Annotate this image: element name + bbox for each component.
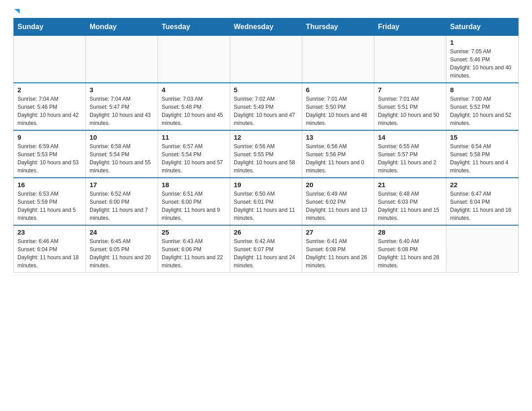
logo-arrow-icon [14,9,20,13]
calendar-cell: 20Sunrise: 6:49 AM Sunset: 6:02 PM Dayli… [302,178,374,225]
day-number: 4 [162,86,226,94]
calendar-cell: 6Sunrise: 7:01 AM Sunset: 5:50 PM Daylig… [302,83,374,130]
day-info: Sunrise: 6:45 AM Sunset: 6:05 PM Dayligh… [90,237,154,270]
calendar-cell [230,36,302,83]
day-number: 16 [17,181,82,188]
day-number: 9 [17,133,82,141]
day-info: Sunrise: 6:58 AM Sunset: 5:54 PM Dayligh… [90,142,154,175]
page-header [13,9,519,13]
day-info: Sunrise: 6:56 AM Sunset: 5:55 PM Dayligh… [234,142,298,175]
logo [13,9,20,13]
calendar-cell: 8Sunrise: 7:00 AM Sunset: 5:52 PM Daylig… [446,83,519,130]
calendar-cell [14,36,86,83]
calendar-cell: 27Sunrise: 6:41 AM Sunset: 6:08 PM Dayli… [302,225,374,273]
calendar-cell: 2Sunrise: 7:04 AM Sunset: 5:46 PM Daylig… [14,83,86,130]
day-info: Sunrise: 6:42 AM Sunset: 6:07 PM Dayligh… [234,237,298,270]
day-info: Sunrise: 6:56 AM Sunset: 5:56 PM Dayligh… [306,142,370,175]
calendar-week-row: 23Sunrise: 6:46 AM Sunset: 6:04 PM Dayli… [14,225,519,273]
day-number: 17 [90,181,154,188]
day-info: Sunrise: 6:48 AM Sunset: 6:03 PM Dayligh… [378,190,442,222]
calendar-cell: 11Sunrise: 6:57 AM Sunset: 5:54 PM Dayli… [158,130,230,178]
calendar-cell: 17Sunrise: 6:52 AM Sunset: 6:00 PM Dayli… [86,178,158,225]
day-number: 21 [378,181,442,188]
day-info: Sunrise: 6:43 AM Sunset: 6:06 PM Dayligh… [162,237,226,270]
day-number: 22 [450,181,515,188]
day-header-thursday: Thursday [302,18,374,36]
calendar-cell: 12Sunrise: 6:56 AM Sunset: 5:55 PM Dayli… [230,130,302,178]
day-header-saturday: Saturday [446,18,519,36]
calendar-cell: 1Sunrise: 7:05 AM Sunset: 5:46 PM Daylig… [446,36,519,83]
calendar-cell: 15Sunrise: 6:54 AM Sunset: 5:58 PM Dayli… [446,130,519,178]
day-header-monday: Monday [86,18,158,36]
day-number: 24 [90,228,154,236]
day-info: Sunrise: 7:00 AM Sunset: 5:52 PM Dayligh… [450,95,515,127]
day-number: 2 [17,86,82,94]
calendar-cell [302,36,374,83]
day-info: Sunrise: 7:01 AM Sunset: 5:50 PM Dayligh… [306,95,370,127]
day-info: Sunrise: 6:41 AM Sunset: 6:08 PM Dayligh… [306,237,370,270]
day-info: Sunrise: 7:01 AM Sunset: 5:51 PM Dayligh… [378,95,442,127]
calendar-cell: 19Sunrise: 6:50 AM Sunset: 6:01 PM Dayli… [230,178,302,225]
calendar-cell: 16Sunrise: 6:53 AM Sunset: 5:59 PM Dayli… [14,178,86,225]
day-info: Sunrise: 6:57 AM Sunset: 5:54 PM Dayligh… [162,142,226,175]
day-info: Sunrise: 6:59 AM Sunset: 5:53 PM Dayligh… [17,142,82,175]
day-number: 8 [450,86,515,94]
calendar-cell: 7Sunrise: 7:01 AM Sunset: 5:51 PM Daylig… [374,83,446,130]
day-header-tuesday: Tuesday [158,18,230,36]
day-info: Sunrise: 7:03 AM Sunset: 5:48 PM Dayligh… [162,95,226,127]
day-info: Sunrise: 6:49 AM Sunset: 6:02 PM Dayligh… [306,190,370,222]
calendar-week-row: 2Sunrise: 7:04 AM Sunset: 5:46 PM Daylig… [14,83,519,130]
calendar-cell: 25Sunrise: 6:43 AM Sunset: 6:06 PM Dayli… [158,225,230,273]
day-number: 10 [90,133,154,141]
day-info: Sunrise: 7:04 AM Sunset: 5:47 PM Dayligh… [90,95,154,127]
day-number: 12 [234,133,298,141]
day-number: 5 [234,86,298,94]
day-number: 19 [234,181,298,188]
day-number: 25 [162,228,226,236]
day-number: 26 [234,228,298,236]
calendar-cell [86,36,158,83]
day-info: Sunrise: 6:40 AM Sunset: 6:08 PM Dayligh… [378,237,442,270]
day-number: 18 [162,181,226,188]
day-info: Sunrise: 6:47 AM Sunset: 6:04 PM Dayligh… [450,190,515,222]
day-number: 7 [378,86,442,94]
day-number: 23 [17,228,82,236]
calendar-cell [446,225,519,273]
calendar-cell [158,36,230,83]
day-number: 28 [378,228,442,236]
day-number: 20 [306,181,370,188]
calendar-cell: 28Sunrise: 6:40 AM Sunset: 6:08 PM Dayli… [374,225,446,273]
day-number: 6 [306,86,370,94]
calendar-cell: 23Sunrise: 6:46 AM Sunset: 6:04 PM Dayli… [14,225,86,273]
day-number: 13 [306,133,370,141]
calendar-week-row: 16Sunrise: 6:53 AM Sunset: 5:59 PM Dayli… [14,178,519,225]
day-header-wednesday: Wednesday [230,18,302,36]
day-info: Sunrise: 6:53 AM Sunset: 5:59 PM Dayligh… [17,190,82,222]
calendar-cell: 10Sunrise: 6:58 AM Sunset: 5:54 PM Dayli… [86,130,158,178]
day-header-sunday: Sunday [14,18,86,36]
day-number: 15 [450,133,515,141]
day-info: Sunrise: 6:55 AM Sunset: 5:57 PM Dayligh… [378,142,442,175]
day-info: Sunrise: 7:04 AM Sunset: 5:46 PM Dayligh… [17,95,82,127]
calendar-week-row: 9Sunrise: 6:59 AM Sunset: 5:53 PM Daylig… [14,130,519,178]
calendar-cell: 26Sunrise: 6:42 AM Sunset: 6:07 PM Dayli… [230,225,302,273]
calendar-cell: 14Sunrise: 6:55 AM Sunset: 5:57 PM Dayli… [374,130,446,178]
calendar-cell: 22Sunrise: 6:47 AM Sunset: 6:04 PM Dayli… [446,178,519,225]
calendar-table: SundayMondayTuesdayWednesdayThursdayFrid… [13,18,519,273]
day-number: 1 [450,39,515,46]
day-info: Sunrise: 6:52 AM Sunset: 6:00 PM Dayligh… [90,190,154,222]
calendar-cell: 3Sunrise: 7:04 AM Sunset: 5:47 PM Daylig… [86,83,158,130]
day-info: Sunrise: 6:46 AM Sunset: 6:04 PM Dayligh… [17,237,82,270]
calendar-cell: 18Sunrise: 6:51 AM Sunset: 6:00 PM Dayli… [158,178,230,225]
calendar-cell: 5Sunrise: 7:02 AM Sunset: 5:49 PM Daylig… [230,83,302,130]
day-info: Sunrise: 6:54 AM Sunset: 5:58 PM Dayligh… [450,142,515,175]
calendar-cell: 13Sunrise: 6:56 AM Sunset: 5:56 PM Dayli… [302,130,374,178]
day-number: 3 [90,86,154,94]
calendar-week-row: 1Sunrise: 7:05 AM Sunset: 5:46 PM Daylig… [14,36,519,83]
day-number: 14 [378,133,442,141]
day-number: 11 [162,133,226,141]
calendar-cell: 9Sunrise: 6:59 AM Sunset: 5:53 PM Daylig… [14,130,86,178]
calendar-cell: 24Sunrise: 6:45 AM Sunset: 6:05 PM Dayli… [86,225,158,273]
day-info: Sunrise: 7:05 AM Sunset: 5:46 PM Dayligh… [450,47,515,80]
calendar-cell: 4Sunrise: 7:03 AM Sunset: 5:48 PM Daylig… [158,83,230,130]
